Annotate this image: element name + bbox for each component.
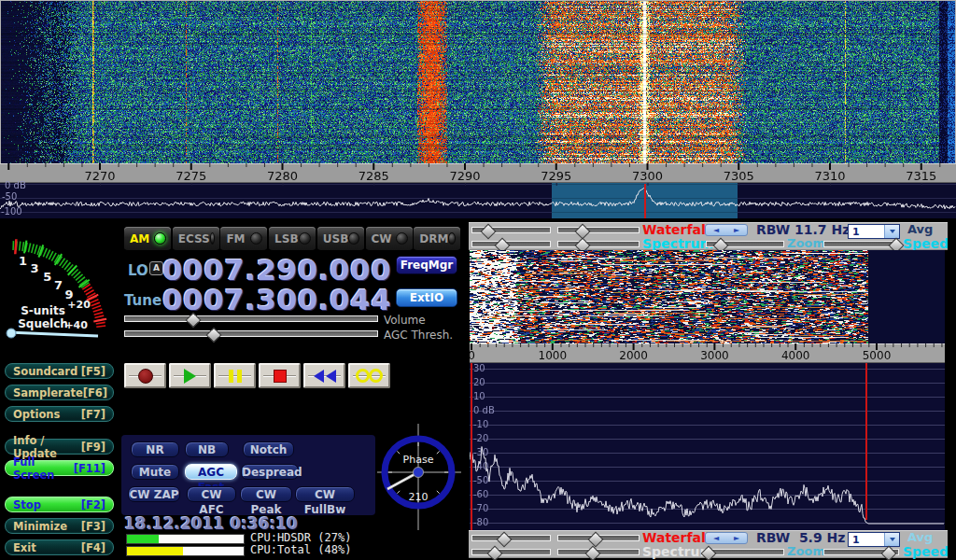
cpu-total-bar-fill — [127, 547, 183, 555]
waterfall-mode-label[interactable]: Waterfall — [642, 222, 710, 237]
loop-button[interactable] — [348, 363, 390, 388]
pause-button[interactable] — [214, 363, 256, 388]
spectrum-gain-slider-track[interactable] — [471, 241, 551, 247]
button-options-key: [F7] — [81, 408, 105, 421]
button-exit[interactable]: Exit[F4] — [5, 539, 114, 555]
spectrum-range-slider-track[interactable] — [557, 241, 640, 247]
spectrum-range-slider[interactable] — [557, 547, 640, 559]
dsp-button-despread[interactable]: Despread — [241, 464, 299, 480]
button-samplerate[interactable]: Samplerate[F6] — [5, 385, 114, 400]
rewind-icon — [313, 370, 337, 383]
dsp-button-agc-fast[interactable]: AGC Fast — [185, 464, 237, 480]
wf-contrast-slider[interactable] — [557, 225, 640, 237]
dsp-button-mute[interactable]: Mute — [131, 464, 179, 480]
lo-frequency-readout[interactable]: 0007.290.000 — [162, 253, 391, 287]
zoom-panel-bottom-controls: WaterfallSpectrum◄►RBW 5.9 HzZoom1AvgSpe… — [469, 530, 948, 558]
dsp-button-cw-zap[interactable]: CW ZAP — [128, 486, 180, 502]
button-stop[interactable]: Stop[F2] — [5, 497, 114, 512]
dropdown-button[interactable] — [884, 533, 899, 546]
play-icon — [184, 369, 196, 384]
spectrum-range-slider-thumb[interactable] — [584, 546, 600, 560]
dsp-button-cw-fullbw[interactable]: CW FullBw — [295, 486, 355, 502]
mode-button-lsb[interactable]: LSB — [269, 227, 316, 250]
button-info-update[interactable]: Info / Update[F9] — [5, 439, 114, 455]
arrow-left-icon[interactable]: ◄ — [713, 227, 719, 234]
extio-button[interactable]: ExtIO — [396, 288, 457, 307]
mode-led-icon — [210, 232, 215, 245]
button-exit-key: [F4] — [81, 541, 105, 554]
spectrum-gain-slider-thumb[interactable] — [486, 546, 502, 560]
mode-button-usb[interactable]: USB — [317, 227, 364, 250]
speed-slider[interactable] — [823, 547, 899, 559]
smeter-major-tick — [68, 265, 77, 274]
avg-select[interactable]: 1 — [848, 224, 900, 239]
main-frequency-scale[interactable] — [0, 163, 956, 183]
zoomed-spectrum-display[interactable] — [470, 363, 945, 530]
waterfall-mode-label[interactable]: Waterfall — [642, 530, 710, 545]
arrow-right-icon[interactable]: ► — [734, 227, 739, 234]
volume-label: Volume — [384, 314, 426, 327]
spectrum-gain-slider[interactable] — [471, 547, 551, 559]
volume-slider-track[interactable] — [124, 315, 378, 322]
smeter-scale-label: 7 — [54, 278, 63, 292]
zoomed-waterfall-display[interactable] — [470, 250, 945, 343]
smeter-major-tick — [93, 319, 106, 322]
mode-led-icon — [348, 232, 358, 245]
mode-button-cw[interactable]: CW — [366, 227, 413, 250]
zoom-panel-top-controls: WaterfallSpectrum◄►RBW 11.7 HzZoom1AvgSp… — [469, 222, 948, 250]
dsp-button-notch[interactable]: Notch — [243, 441, 294, 457]
lo-mode-a-badge[interactable]: A — [149, 261, 163, 275]
waterfall-shift-spinner[interactable]: ◄► — [705, 224, 748, 236]
freqmgr-button[interactable]: FreqMgr — [396, 256, 457, 274]
mode-button-fm[interactable]: FM — [220, 227, 267, 250]
button-soundcard[interactable]: Soundcard[F5] — [5, 363, 114, 379]
squelch-knob[interactable] — [7, 329, 16, 338]
avg-select-value: 1 — [852, 226, 860, 238]
squelch-needle[interactable] — [7, 332, 98, 336]
mode-button-drm[interactable]: DRM — [414, 227, 460, 250]
arrow-left-icon[interactable]: ◄ — [713, 535, 719, 542]
button-minimize[interactable]: Minimize[F3] — [5, 518, 114, 534]
record-button[interactable] — [124, 363, 166, 388]
volume-slider[interactable] — [124, 314, 378, 326]
mode-button-ecss[interactable]: ECSS — [173, 227, 219, 250]
zoom-slider-track[interactable] — [706, 549, 784, 555]
wf-contrast-slider-track[interactable] — [557, 227, 640, 233]
button-full-screen[interactable]: Full Screen[F11] — [5, 460, 114, 476]
dsp-button-nr[interactable]: NR — [131, 441, 179, 457]
rbw-readout: RBW 11.7 Hz — [756, 222, 850, 237]
waterfall-shift-spinner[interactable]: ◄► — [705, 532, 748, 544]
cpu-hdsdr-bar-fill — [127, 535, 159, 543]
main-waterfall-display[interactable] — [0, 0, 956, 163]
wf-brightness-slider[interactable] — [471, 533, 551, 545]
arrow-right-icon[interactable]: ► — [734, 535, 739, 542]
overview-db-label-100: -100 — [1, 206, 22, 217]
button-options[interactable]: Options[F7] — [5, 406, 114, 422]
agc-thresh-slider[interactable] — [124, 329, 378, 341]
agc-thresh-slider-track[interactable] — [124, 330, 378, 337]
tune-frequency-readout[interactable]: 0007.300.044 — [162, 283, 391, 316]
overview-spectrum-display[interactable] — [0, 183, 956, 218]
button-samplerate-key: [F6] — [83, 386, 107, 399]
spectrum-gain-slider-track[interactable] — [471, 549, 551, 555]
mode-button-am[interactable]: AM — [124, 227, 171, 250]
wf-brightness-slider[interactable] — [471, 225, 551, 237]
dsp-button-cw-afc[interactable]: CW AFC — [187, 486, 236, 502]
wf-contrast-slider[interactable] — [557, 533, 640, 545]
play-button[interactable] — [169, 363, 211, 388]
speed-slider-track[interactable] — [823, 241, 899, 247]
dropdown-button[interactable] — [884, 225, 899, 238]
speed-label: Speed — [903, 236, 949, 251]
speed-slider-thumb[interactable] — [880, 546, 896, 560]
stop-button[interactable] — [259, 363, 301, 388]
phase-value: 210 — [409, 491, 429, 503]
rewind-button[interactable] — [303, 363, 345, 388]
spectrum-mode-label[interactable]: Spectrum — [642, 236, 713, 251]
zoomed-frequency-scale[interactable] — [470, 343, 945, 363]
dsp-button-cw-peak[interactable]: CW Peak — [240, 486, 292, 502]
avg-select[interactable]: 1 — [848, 532, 900, 547]
zoom-slider[interactable] — [706, 547, 784, 559]
button-stop-key: [F2] — [81, 498, 105, 511]
cpu-total-bar — [126, 546, 245, 556]
dsp-button-nb[interactable]: NB — [185, 441, 229, 457]
